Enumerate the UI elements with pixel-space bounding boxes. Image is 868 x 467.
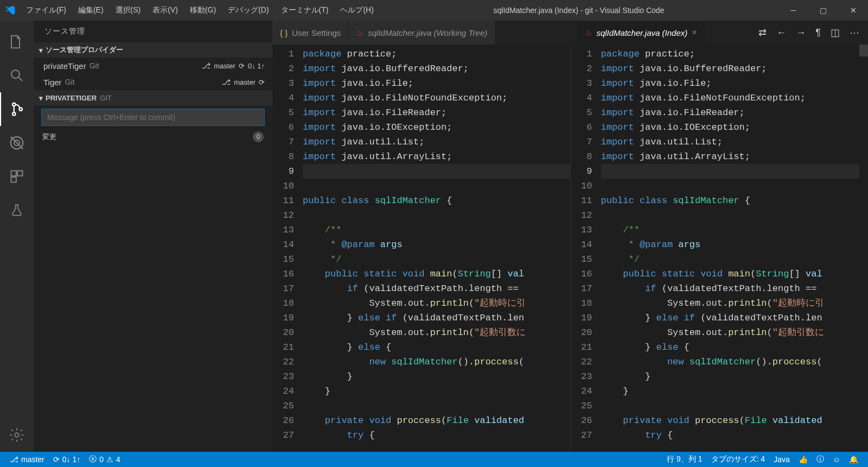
status-problems[interactable]: ⓧ 0 ⚠ 4 [85, 455, 125, 464]
sidebar-scm: ソース管理 ▾ ソース管理プロバイダー privateTiger Git ⎇ m… [34, 21, 272, 452]
chevron-down-icon: ▾ [37, 46, 44, 54]
editor-pane-left[interactable]: 1234567891011121314151617181920212223242… [272, 45, 570, 452]
menu-file[interactable]: ファイル(F) [21, 2, 72, 18]
status-branch[interactable]: ⎇ master [5, 455, 49, 464]
vertical-scrollbar[interactable] [859, 45, 868, 452]
scm-provider-row[interactable]: Tiger Git ⎇ master ⟳ [34, 74, 272, 90]
vscode-logo-icon [0, 5, 21, 16]
svg-rect-8 [11, 177, 16, 182]
editor-actions: ⇄ ← → ¶ ◫ ⋯ [750, 21, 868, 45]
warning-icon: ⚠ [106, 455, 113, 464]
status-bell-icon[interactable]: 🔔 [845, 455, 863, 464]
commit-message-box[interactable] [41, 109, 265, 126]
nav-forward-icon[interactable]: → [796, 27, 806, 39]
tab-close-button[interactable]: × [692, 28, 697, 37]
scm-changes-row[interactable]: 変更 0 [34, 129, 272, 144]
tab-working-tree[interactable]: ♨ sqlIdMatcher.java (Working Tree) [349, 21, 495, 45]
status-sync-label: 0↓ 1↑ [62, 455, 80, 464]
svg-point-0 [11, 70, 20, 78]
diff-editor: 1234567891011121314151617181920212223242… [272, 45, 868, 452]
diff-switch-icon[interactable]: ⇄ [758, 27, 767, 39]
svg-point-3 [20, 108, 23, 111]
editor-area: { } User Settings ♨ sqlIdMatcher.java (W… [272, 21, 868, 452]
activity-debug[interactable] [0, 126, 34, 160]
activity-explorer[interactable] [0, 25, 34, 59]
menu-bar: ファイル(F) 編集(E) 選択(S) 表示(V) 移動(G) デバッグ(D) … [21, 2, 379, 18]
tab-user-settings[interactable]: { } User Settings [272, 21, 349, 45]
scm-providers-header[interactable]: ▾ ソース管理プロバイダー [34, 42, 272, 58]
tab-label: User Settings [292, 28, 341, 37]
menu-terminal[interactable]: ターミナル(T) [276, 2, 334, 18]
svg-point-1 [12, 103, 16, 106]
commit-message-input[interactable] [42, 113, 264, 122]
status-thumbsup-icon[interactable]: 👍 [794, 455, 812, 464]
tab-index[interactable]: ♨ sqlIdMatcher.java (Index) × [577, 21, 705, 45]
title-bar: ファイル(F) 編集(E) 選択(S) 表示(V) 移動(G) デバッグ(D) … [0, 0, 868, 21]
menu-edit[interactable]: 編集(E) [73, 2, 109, 18]
window-maximize-button[interactable]: ▢ [808, 0, 838, 21]
status-tabsize[interactable]: タブのサイズ: 4 [707, 455, 770, 464]
chevron-down-icon: ▾ [37, 94, 44, 102]
menu-help[interactable]: ヘルプ(H) [335, 2, 379, 18]
activity-bar [0, 21, 34, 452]
activity-search[interactable] [0, 59, 34, 92]
editor-pane-right[interactable]: 1234567891011121314151617181920212223242… [570, 45, 869, 452]
window-close-button[interactable]: ✕ [838, 0, 868, 21]
sidebar-title: ソース管理 [34, 21, 272, 42]
window-minimize-button[interactable]: ─ [778, 0, 808, 21]
svg-rect-7 [17, 171, 22, 176]
branch-icon: ⎇ [222, 78, 231, 86]
scm-providers-label: ソース管理プロバイダー [46, 45, 123, 55]
status-bar: ⎇ master ⟳ 0↓ 1↑ ⓧ 0 ⚠ 4 行 9、列 1 タブのサイズ:… [0, 452, 868, 467]
svg-rect-6 [11, 171, 16, 176]
settings-icon: { } [280, 28, 288, 37]
scm-repo-provider: Git [90, 61, 99, 70]
java-file-icon: ♨ [356, 28, 363, 37]
status-branch-label: master [21, 455, 44, 464]
activity-flask[interactable] [0, 193, 34, 227]
java-file-icon: ♨ [585, 28, 592, 37]
sync-icon[interactable]: ⟳ [259, 78, 265, 86]
scm-repo-name: privateTiger [43, 61, 86, 71]
error-icon: ⓧ [89, 455, 97, 464]
svg-point-9 [15, 433, 19, 437]
activity-scm[interactable] [0, 92, 34, 126]
status-errors-count: 0 [99, 455, 104, 464]
whitespace-icon[interactable]: ¶ [815, 27, 821, 39]
activity-extensions[interactable] [0, 160, 34, 193]
menu-debug[interactable]: デバッグ(D) [222, 2, 274, 18]
status-sync[interactable]: ⟳ 0↓ 1↑ [49, 455, 85, 464]
scm-provider-row[interactable]: privateTiger Git ⎇ master ⟳ 0↓ 1↑ [34, 58, 272, 74]
activity-settings[interactable] [0, 418, 34, 452]
scm-sync-counts: 0↓ 1↑ [248, 62, 265, 70]
scm-changes-count: 0 [253, 131, 264, 142]
status-cursor[interactable]: 行 9、列 1 [662, 455, 706, 464]
svg-point-2 [12, 112, 16, 116]
branch-icon: ⎇ [10, 455, 18, 464]
scm-repo-name: Tiger [43, 78, 62, 87]
scm-branch-label: master [234, 78, 256, 86]
status-info-icon[interactable]: ⓘ [812, 455, 828, 464]
sync-icon: ⟳ [53, 455, 60, 464]
status-language[interactable]: Java [769, 455, 794, 464]
tab-label: sqlIdMatcher.java (Working Tree) [368, 28, 487, 37]
status-warnings-count: 4 [116, 455, 120, 464]
sync-icon[interactable]: ⟳ [239, 62, 245, 70]
scm-repo-header-name: PRIVATETIGER [46, 94, 97, 102]
window-title: sqlIdMatcher.java (Index) - git - Visual… [379, 6, 778, 15]
split-editor-icon[interactable]: ◫ [831, 27, 840, 39]
tab-bar: { } User Settings ♨ sqlIdMatcher.java (W… [272, 21, 868, 45]
menu-select[interactable]: 選択(S) [110, 2, 146, 18]
scm-branch-label: master [214, 62, 235, 70]
more-actions-icon[interactable]: ⋯ [850, 27, 859, 39]
branch-icon: ⎇ [202, 61, 210, 70]
scm-changes-label: 変更 [42, 132, 56, 142]
scm-repo-provider: Git [65, 78, 75, 86]
status-feedback-icon[interactable]: ☺ [828, 455, 845, 464]
menu-view[interactable]: 表示(V) [147, 2, 183, 18]
scm-repo-header-provider: GIT [100, 94, 112, 102]
nav-back-icon[interactable]: ← [776, 27, 786, 39]
tab-label: sqlIdMatcher.java (Index) [596, 28, 687, 37]
menu-go[interactable]: 移動(G) [184, 2, 221, 18]
scm-repo-header[interactable]: ▾ PRIVATETIGER GIT [34, 90, 272, 105]
